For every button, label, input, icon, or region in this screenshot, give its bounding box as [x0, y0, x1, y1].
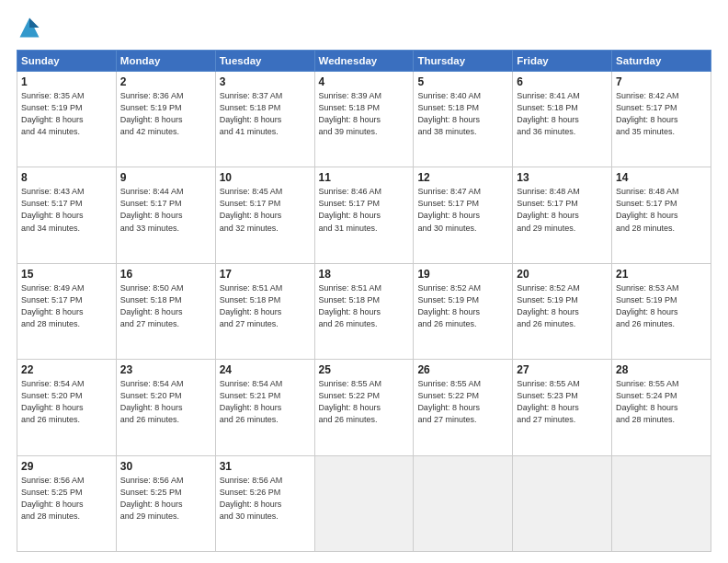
day-info: Sunrise: 8:55 AMSunset: 5:22 PMDaylight:…: [417, 378, 508, 426]
day-info: Sunrise: 8:55 AMSunset: 5:24 PMDaylight:…: [616, 378, 707, 426]
calendar-week-row: 15Sunrise: 8:49 AMSunset: 5:17 PMDayligh…: [17, 263, 711, 359]
calendar-cell: 27Sunrise: 8:55 AMSunset: 5:23 PMDayligh…: [513, 360, 612, 455]
day-number: 28: [616, 363, 707, 376]
calendar-cell: 16Sunrise: 8:50 AMSunset: 5:18 PMDayligh…: [116, 263, 215, 359]
day-info: Sunrise: 8:55 AMSunset: 5:23 PMDaylight:…: [517, 378, 608, 426]
day-number: 22: [21, 363, 112, 376]
day-number: 5: [417, 75, 508, 88]
calendar-cell: 13Sunrise: 8:48 AMSunset: 5:17 PMDayligh…: [513, 167, 612, 263]
day-info: Sunrise: 8:35 AMSunset: 5:19 PMDaylight:…: [21, 90, 112, 138]
calendar-header: SundayMondayTuesdayWednesdayThursdayFrid…: [17, 51, 711, 72]
day-of-week-header: Monday: [116, 51, 215, 72]
calendar-cell: 12Sunrise: 8:47 AMSunset: 5:17 PMDayligh…: [414, 167, 513, 263]
day-info: Sunrise: 8:56 AMSunset: 5:25 PMDaylight:…: [120, 475, 211, 523]
day-info: Sunrise: 8:37 AMSunset: 5:18 PMDaylight:…: [220, 90, 311, 138]
day-number: 13: [517, 171, 608, 184]
calendar-week-row: 22Sunrise: 8:54 AMSunset: 5:20 PMDayligh…: [17, 360, 711, 455]
calendar-cell: 30Sunrise: 8:56 AMSunset: 5:25 PMDayligh…: [116, 455, 215, 551]
day-info: Sunrise: 8:47 AMSunset: 5:17 PMDaylight:…: [417, 186, 508, 234]
day-number: 9: [120, 171, 211, 184]
day-info: Sunrise: 8:53 AMSunset: 5:19 PMDaylight:…: [616, 282, 707, 330]
calendar-cell: 21Sunrise: 8:53 AMSunset: 5:19 PMDayligh…: [612, 263, 711, 359]
day-info: Sunrise: 8:51 AMSunset: 5:18 PMDaylight:…: [319, 282, 410, 330]
calendar-cell: 2Sunrise: 8:36 AMSunset: 5:19 PMDaylight…: [116, 72, 215, 167]
calendar-cell: 5Sunrise: 8:40 AMSunset: 5:18 PMDaylight…: [414, 72, 513, 167]
calendar-cell: 29Sunrise: 8:56 AMSunset: 5:25 PMDayligh…: [17, 455, 117, 551]
calendar-cell: 19Sunrise: 8:52 AMSunset: 5:19 PMDayligh…: [414, 263, 513, 359]
calendar-cell: 25Sunrise: 8:55 AMSunset: 5:22 PMDayligh…: [314, 360, 414, 455]
day-info: Sunrise: 8:48 AMSunset: 5:17 PMDaylight:…: [517, 186, 608, 234]
calendar-cell: 15Sunrise: 8:49 AMSunset: 5:17 PMDayligh…: [17, 263, 117, 359]
calendar: SundayMondayTuesdayWednesdayThursdayFrid…: [17, 50, 711, 552]
day-number: 2: [120, 75, 211, 88]
calendar-cell: 23Sunrise: 8:54 AMSunset: 5:20 PMDayligh…: [116, 360, 215, 455]
calendar-cell: 10Sunrise: 8:45 AMSunset: 5:17 PMDayligh…: [215, 167, 314, 263]
day-info: Sunrise: 8:56 AMSunset: 5:25 PMDaylight:…: [21, 475, 112, 523]
day-info: Sunrise: 8:49 AMSunset: 5:17 PMDaylight:…: [21, 282, 112, 330]
day-info: Sunrise: 8:52 AMSunset: 5:19 PMDaylight:…: [417, 282, 508, 330]
day-number: 20: [517, 268, 608, 281]
day-number: 15: [21, 268, 112, 281]
calendar-cell: 28Sunrise: 8:55 AMSunset: 5:24 PMDayligh…: [612, 360, 711, 455]
day-number: 12: [417, 171, 508, 184]
day-number: 21: [616, 268, 707, 281]
calendar-cell: [414, 455, 513, 551]
day-number: 8: [21, 171, 112, 184]
day-info: Sunrise: 8:40 AMSunset: 5:18 PMDaylight:…: [417, 90, 508, 138]
calendar-cell: 4Sunrise: 8:39 AMSunset: 5:18 PMDaylight…: [314, 72, 414, 167]
day-of-week-header: Tuesday: [215, 51, 314, 72]
calendar-cell: 1Sunrise: 8:35 AMSunset: 5:19 PMDaylight…: [17, 72, 117, 167]
day-info: Sunrise: 8:51 AMSunset: 5:18 PMDaylight:…: [220, 282, 311, 330]
day-of-week-header: Friday: [513, 51, 612, 72]
calendar-cell: 24Sunrise: 8:54 AMSunset: 5:21 PMDayligh…: [215, 360, 314, 455]
day-number: 24: [220, 363, 311, 376]
day-number: 30: [120, 460, 211, 473]
day-number: 16: [120, 268, 211, 281]
day-info: Sunrise: 8:43 AMSunset: 5:17 PMDaylight:…: [21, 186, 112, 234]
day-info: Sunrise: 8:39 AMSunset: 5:18 PMDaylight:…: [319, 90, 410, 138]
svg-marker-1: [29, 18, 40, 29]
calendar-cell: [513, 455, 612, 551]
day-info: Sunrise: 8:46 AMSunset: 5:17 PMDaylight:…: [319, 186, 410, 234]
calendar-cell: 20Sunrise: 8:52 AMSunset: 5:19 PMDayligh…: [513, 263, 612, 359]
day-number: 1: [21, 75, 112, 88]
day-number: 31: [220, 460, 311, 473]
calendar-cell: [612, 455, 711, 551]
day-number: 3: [220, 75, 311, 88]
calendar-week-row: 8Sunrise: 8:43 AMSunset: 5:17 PMDaylight…: [17, 167, 711, 263]
calendar-cell: [314, 455, 414, 551]
day-number: 19: [417, 268, 508, 281]
day-info: Sunrise: 8:42 AMSunset: 5:17 PMDaylight:…: [616, 90, 707, 138]
day-number: 7: [616, 75, 707, 88]
day-number: 4: [319, 75, 410, 88]
day-info: Sunrise: 8:54 AMSunset: 5:20 PMDaylight:…: [120, 378, 211, 426]
day-info: Sunrise: 8:48 AMSunset: 5:17 PMDaylight:…: [616, 186, 707, 234]
calendar-cell: 8Sunrise: 8:43 AMSunset: 5:17 PMDaylight…: [17, 167, 117, 263]
day-of-week-header: Thursday: [414, 51, 513, 72]
calendar-cell: 7Sunrise: 8:42 AMSunset: 5:17 PMDaylight…: [612, 72, 711, 167]
calendar-cell: 9Sunrise: 8:44 AMSunset: 5:17 PMDaylight…: [116, 167, 215, 263]
day-info: Sunrise: 8:52 AMSunset: 5:19 PMDaylight:…: [517, 282, 608, 330]
days-of-week-row: SundayMondayTuesdayWednesdayThursdayFrid…: [17, 51, 711, 72]
calendar-cell: 11Sunrise: 8:46 AMSunset: 5:17 PMDayligh…: [314, 167, 414, 263]
day-info: Sunrise: 8:36 AMSunset: 5:19 PMDaylight:…: [120, 90, 211, 138]
calendar-cell: 3Sunrise: 8:37 AMSunset: 5:18 PMDaylight…: [215, 72, 314, 167]
day-of-week-header: Saturday: [612, 51, 711, 72]
day-of-week-header: Wednesday: [314, 51, 414, 72]
day-number: 10: [220, 171, 311, 184]
day-number: 6: [517, 75, 608, 88]
calendar-cell: 14Sunrise: 8:48 AMSunset: 5:17 PMDayligh…: [612, 167, 711, 263]
calendar-cell: 17Sunrise: 8:51 AMSunset: 5:18 PMDayligh…: [215, 263, 314, 359]
day-info: Sunrise: 8:44 AMSunset: 5:17 PMDaylight:…: [120, 186, 211, 234]
day-number: 27: [517, 363, 608, 376]
header: [17, 15, 711, 40]
logo: [17, 15, 46, 40]
day-info: Sunrise: 8:45 AMSunset: 5:17 PMDaylight:…: [220, 186, 311, 234]
day-number: 25: [319, 363, 410, 376]
day-number: 23: [120, 363, 211, 376]
calendar-cell: 18Sunrise: 8:51 AMSunset: 5:18 PMDayligh…: [314, 263, 414, 359]
day-info: Sunrise: 8:54 AMSunset: 5:21 PMDaylight:…: [220, 378, 311, 426]
day-number: 14: [616, 171, 707, 184]
day-number: 18: [319, 268, 410, 281]
day-info: Sunrise: 8:56 AMSunset: 5:26 PMDaylight:…: [220, 475, 311, 523]
